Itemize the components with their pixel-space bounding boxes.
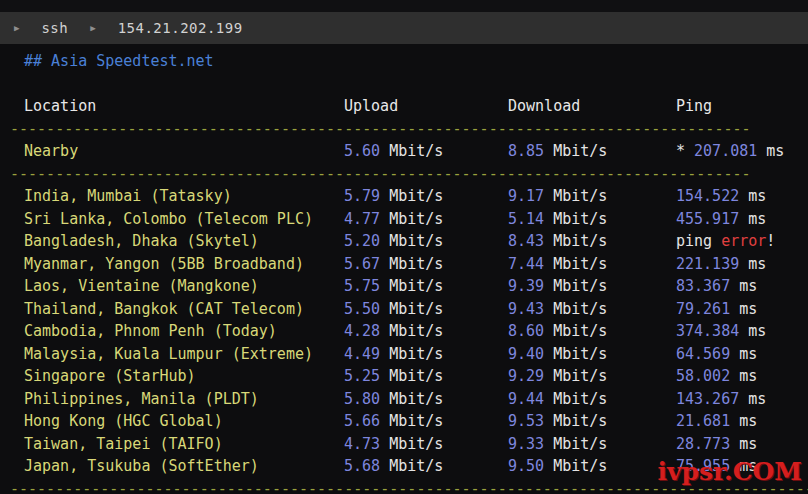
upload-cell: 5.75 Mbit/s	[344, 275, 508, 298]
column-header-ping: Ping	[676, 95, 808, 118]
table-row: Singapore (StarHub)5.25 Mbit/s9.29 Mbit/…	[24, 365, 808, 388]
upload-cell: 4.28 Mbit/s	[344, 320, 508, 343]
column-header-upload: Upload	[344, 95, 508, 118]
ping-cell: 28.773 ms	[676, 433, 808, 456]
download-cell: 9.53 Mbit/s	[508, 410, 676, 433]
chevron-right-icon: ▶	[14, 24, 19, 33]
location-cell: Taiwan, Taipei (TAIFO)	[24, 433, 344, 456]
upload-cell: 5.60 Mbit/s	[344, 140, 508, 163]
ping-cell: 154.522 ms	[676, 185, 808, 208]
table-row: Bangladesh, Dhaka (Skytel)5.20 Mbit/s8.4…	[24, 230, 808, 253]
location-cell: Cambodia, Phnom Penh (Today)	[24, 320, 344, 343]
column-header-location: Location	[24, 95, 344, 118]
download-cell: 7.44 Mbit/s	[508, 253, 676, 276]
ping-cell: 58.002 ms	[676, 365, 808, 388]
table-row: Taiwan, Taipei (TAIFO)4.73 Mbit/s9.33 Mb…	[24, 433, 808, 456]
download-cell: 9.29 Mbit/s	[508, 365, 676, 388]
ping-cell: 64.569 ms	[676, 343, 808, 366]
location-cell: Nearby	[24, 140, 344, 163]
table-row: Myanmar, Yangon (5BB Broadband)5.67 Mbit…	[24, 253, 808, 276]
ping-cell: ping error!	[676, 230, 808, 253]
table-row: Cambodia, Phnom Penh (Today)4.28 Mbit/s8…	[24, 320, 808, 343]
location-cell: Hong Kong (HGC Global)	[24, 410, 344, 433]
titlebar-ssh-label: ssh	[41, 20, 68, 36]
table-row: Philippines, Manila (PLDT)5.80 Mbit/s9.4…	[24, 388, 808, 411]
upload-cell: 5.80 Mbit/s	[344, 388, 508, 411]
titlebar-host-address: 154.21.202.199	[118, 20, 243, 36]
table-header-row: Location Upload Download Ping	[24, 95, 808, 118]
location-cell: India, Mumbai (Tatasky)	[24, 185, 344, 208]
download-cell: 9.39 Mbit/s	[508, 275, 676, 298]
download-cell: 9.50 Mbit/s	[508, 455, 676, 478]
location-cell: Singapore (StarHub)	[24, 365, 344, 388]
location-cell: Bangladesh, Dhaka (Skytel)	[24, 230, 344, 253]
table-row: Malaysia, Kuala Lumpur (Extreme)4.49 Mbi…	[24, 343, 808, 366]
ping-cell: 221.139 ms	[676, 253, 808, 276]
table-row: Sri Lanka, Colombo (Telecom PLC)4.77 Mbi…	[24, 208, 808, 231]
ping-cell: 79.261 ms	[676, 298, 808, 321]
ping-cell: 21.681 ms	[676, 410, 808, 433]
upload-cell: 5.20 Mbit/s	[344, 230, 508, 253]
ping-cell: 83.367 ms	[676, 275, 808, 298]
blank-line	[24, 73, 808, 96]
download-cell: 9.17 Mbit/s	[508, 185, 676, 208]
rows-container: India, Mumbai (Tatasky)5.79 Mbit/s9.17 M…	[24, 185, 808, 478]
column-header-download: Download	[508, 95, 676, 118]
separator-line: ----------------------------------------…	[10, 163, 808, 186]
location-cell: Laos, Vientaine (Mangkone)	[24, 275, 344, 298]
location-cell: Myanmar, Yangon (5BB Broadband)	[24, 253, 344, 276]
download-cell: 9.43 Mbit/s	[508, 298, 676, 321]
upload-cell: 5.67 Mbit/s	[344, 253, 508, 276]
upload-cell: 4.77 Mbit/s	[344, 208, 508, 231]
watermark-logo: ivpsr.COM	[657, 457, 802, 486]
download-cell: 9.40 Mbit/s	[508, 343, 676, 366]
upload-cell: 5.66 Mbit/s	[344, 410, 508, 433]
upload-cell: 4.49 Mbit/s	[344, 343, 508, 366]
window-top-strip	[0, 0, 808, 12]
upload-cell: 4.73 Mbit/s	[344, 433, 508, 456]
table-row: Hong Kong (HGC Global)5.66 Mbit/s9.53 Mb…	[24, 410, 808, 433]
upload-cell: 5.50 Mbit/s	[344, 298, 508, 321]
ping-cell: 455.917 ms	[676, 208, 808, 231]
chevron-right-icon: ▶	[90, 24, 95, 33]
terminal-body[interactable]: ## Asia Speedtest.net Location Upload Do…	[0, 44, 808, 494]
download-cell: 5.14 Mbit/s	[508, 208, 676, 231]
download-cell: 9.44 Mbit/s	[508, 388, 676, 411]
download-cell: 8.60 Mbit/s	[508, 320, 676, 343]
download-cell: 9.33 Mbit/s	[508, 433, 676, 456]
upload-cell: 5.68 Mbit/s	[344, 455, 508, 478]
upload-cell: 5.79 Mbit/s	[344, 185, 508, 208]
terminal-titlebar: ▶ ssh ▶ 154.21.202.199	[0, 12, 808, 44]
upload-cell: 5.25 Mbit/s	[344, 365, 508, 388]
location-cell: Philippines, Manila (PLDT)	[24, 388, 344, 411]
download-cell: 8.43 Mbit/s	[508, 230, 676, 253]
table-row: India, Mumbai (Tatasky)5.79 Mbit/s9.17 M…	[24, 185, 808, 208]
nearby-row: Nearby 5.60 Mbit/s 8.85 Mbit/s * 207.081…	[24, 140, 808, 163]
location-cell: Japan, Tsukuba (SoftEther)	[24, 455, 344, 478]
ping-cell: 374.384 ms	[676, 320, 808, 343]
download-cell: 8.85 Mbit/s	[508, 140, 676, 163]
location-cell: Thailand, Bangkok (CAT Telecom)	[24, 298, 344, 321]
table-row: Laos, Vientaine (Mangkone)5.75 Mbit/s9.3…	[24, 275, 808, 298]
table-row: Thailand, Bangkok (CAT Telecom)5.50 Mbit…	[24, 298, 808, 321]
separator-line: ----------------------------------------…	[10, 118, 808, 141]
ping-cell: 143.267 ms	[676, 388, 808, 411]
location-cell: Sri Lanka, Colombo (Telecom PLC)	[24, 208, 344, 231]
location-cell: Malaysia, Kuala Lumpur (Extreme)	[24, 343, 344, 366]
section-heading: ## Asia Speedtest.net	[24, 50, 808, 73]
ping-cell: * 207.081 ms	[676, 140, 808, 163]
